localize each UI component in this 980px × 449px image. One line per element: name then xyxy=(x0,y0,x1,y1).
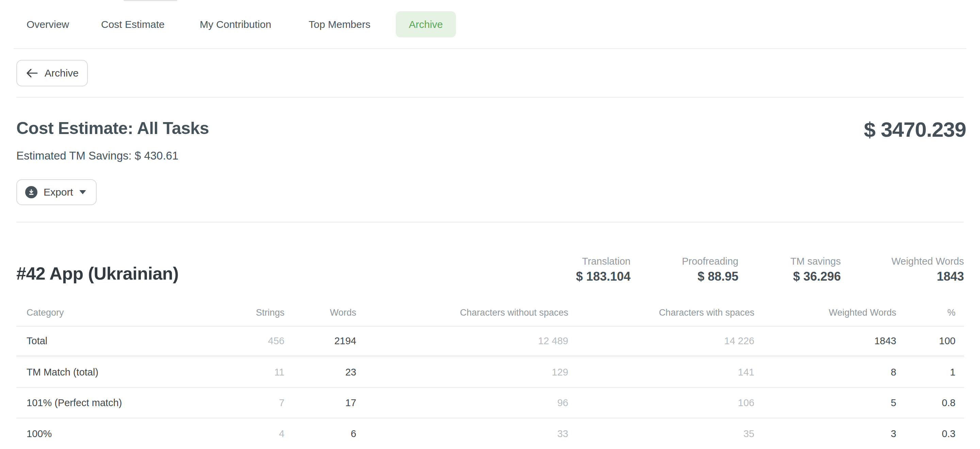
cell-weighted-words: 3 xyxy=(754,428,896,439)
task-section-title: #42 App (Ukrainian) xyxy=(16,263,179,284)
col-header-weighted-words: Weighted Words xyxy=(754,308,896,318)
cell-category: 101% (Perfect match) xyxy=(16,397,186,409)
cell-weighted-words: 1843 xyxy=(754,335,896,347)
tab-top-members[interactable]: Top Members xyxy=(309,11,371,37)
cell-words: 23 xyxy=(285,366,356,378)
cell-chars-with-spaces: 14 226 xyxy=(568,335,754,347)
tabs-divider xyxy=(14,48,966,49)
cell-strings: 4 xyxy=(186,428,285,439)
col-header-chars-without-spaces: Characters without spaces xyxy=(356,308,568,318)
tab-archive-active[interactable]: Archive xyxy=(396,11,456,37)
back-to-archive-button[interactable]: Archive xyxy=(16,60,88,86)
estimated-tm-savings: Estimated TM Savings: $ 430.61 xyxy=(16,148,178,163)
tab-bar: Overview Cost Estimate My Contribution T… xyxy=(0,11,980,37)
cell-percent: 0.3 xyxy=(896,428,964,439)
stat-value: $ 183.104 xyxy=(576,268,630,285)
col-header-category: Category xyxy=(16,308,186,318)
cell-weighted-words: 8 xyxy=(754,366,896,378)
table-row-100: 100% 4 6 33 35 3 0.3 xyxy=(16,418,964,449)
col-header-words: Words xyxy=(285,308,356,318)
export-button-label: Export xyxy=(43,186,73,198)
tab-overview[interactable]: Overview xyxy=(27,11,69,37)
stat-translation: Translation $ 183.104 xyxy=(576,254,630,285)
download-icon xyxy=(25,186,37,198)
page-title: Cost Estimate: All Tasks xyxy=(16,119,209,137)
tab-cost-estimate[interactable]: Cost Estimate xyxy=(101,11,165,37)
tab-my-contribution[interactable]: My Contribution xyxy=(200,11,271,37)
cell-percent: 100 xyxy=(896,335,964,347)
cell-chars-without-spaces: 96 xyxy=(356,397,568,409)
chevron-down-icon xyxy=(79,190,86,194)
cell-weighted-words: 5 xyxy=(754,397,896,409)
arrow-left-icon xyxy=(25,68,38,78)
divider xyxy=(16,222,964,222)
cutoff-element-bottom-edge xyxy=(124,0,177,1)
cell-words: 17 xyxy=(285,397,356,409)
stat-label: Proofreading xyxy=(682,254,738,268)
cell-chars-without-spaces: 129 xyxy=(356,366,568,378)
col-header-chars-with-spaces: Characters with spaces xyxy=(568,308,754,318)
stat-tm-savings: TM savings $ 36.296 xyxy=(791,254,841,285)
stat-weighted-words: Weighted Words 1843 xyxy=(891,254,964,285)
stat-value: $ 36.296 xyxy=(791,268,841,285)
cell-category: Total xyxy=(16,335,186,347)
stat-label: TM savings xyxy=(791,254,841,268)
cell-chars-with-spaces: 106 xyxy=(568,397,754,409)
cell-chars-with-spaces: 141 xyxy=(568,366,754,378)
cell-chars-without-spaces: 33 xyxy=(356,428,568,439)
stat-value: $ 88.95 xyxy=(682,268,738,285)
cell-strings: 456 xyxy=(186,335,285,347)
stat-proofreading: Proofreading $ 88.95 xyxy=(682,254,738,285)
table-header-row: Category Strings Words Characters withou… xyxy=(16,299,964,327)
cell-chars-without-spaces: 12 489 xyxy=(356,335,568,347)
stat-label: Weighted Words xyxy=(891,254,964,268)
cell-percent: 0.8 xyxy=(896,397,964,409)
export-dropdown-button[interactable]: Export xyxy=(16,179,97,205)
back-button-label: Archive xyxy=(45,67,79,79)
table-row-101-perfect-match: 101% (Perfect match) 7 17 96 106 5 0.8 xyxy=(16,388,964,418)
cell-chars-with-spaces: 35 xyxy=(568,428,754,439)
cell-strings: 11 xyxy=(186,366,285,378)
cell-category: TM Match (total) xyxy=(16,366,186,378)
cell-words: 6 xyxy=(285,428,356,439)
table-row-total: Total 456 2194 12 489 14 226 1843 100 xyxy=(16,327,964,357)
cost-estimate-table: Category Strings Words Characters withou… xyxy=(16,299,964,449)
stat-label: Translation xyxy=(576,254,630,268)
cell-category: 100% xyxy=(16,428,186,439)
col-header-strings: Strings xyxy=(186,308,285,318)
grand-total-amount: $ 3470.239 xyxy=(864,118,966,141)
cell-percent: 1 xyxy=(896,366,964,378)
divider xyxy=(16,97,964,98)
cell-strings: 7 xyxy=(186,397,285,409)
stat-value: 1843 xyxy=(891,268,964,285)
cell-words: 2194 xyxy=(285,335,356,347)
table-row-tm-match: TM Match (total) 11 23 129 141 8 1 xyxy=(16,357,964,388)
col-header-percent: % xyxy=(896,308,964,318)
